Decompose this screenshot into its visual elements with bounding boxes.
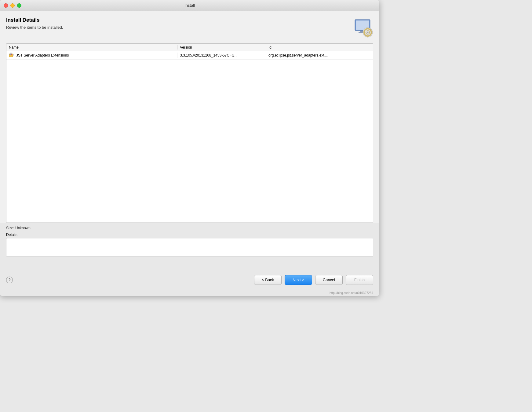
bottom-section: Size: Unknown Details [0,223,379,256]
column-header-id: Id [266,45,373,50]
table-row[interactable]: JST Server Adapters Extensions 3.3.105.v… [6,51,373,60]
minimize-button[interactable] [10,3,15,8]
header-section: Install Details Review the items to be i… [6,17,373,39]
help-button[interactable]: ? [6,277,13,283]
svg-rect-11 [10,53,12,54]
svg-rect-13 [10,54,11,55]
svg-rect-12 [13,54,14,55]
details-label: Details [6,233,373,237]
next-button[interactable]: Next > [285,275,312,285]
button-bar: ? < Back Next > Cancel Finish [0,269,379,291]
close-button[interactable] [4,3,8,8]
finish-button: Finish [346,275,373,285]
cell-id: org.eclipse.jst.server_adapters.ext.... [266,53,373,57]
table-body: JST Server Adapters Extensions 3.3.105.v… [6,51,373,223]
install-icon [352,17,373,39]
main-content: Install Details Review the items to be i… [0,11,379,223]
back-button[interactable]: < Back [254,275,282,285]
spacer [0,256,379,269]
cell-name: JST Server Adapters Extensions [6,53,177,58]
cell-version: 3.3.105.v20131208_1453-57CFG... [177,53,266,57]
watermark: http://blog.csdn.net/u010327234 [0,291,379,296]
svg-rect-14 [11,54,12,55]
page-subtitle: Review the items to be installed. [6,25,346,30]
column-header-name: Name [6,45,177,50]
header-text: Install Details Review the items to be i… [6,17,346,30]
details-box[interactable] [6,238,373,256]
items-table: Name Version Id [6,43,373,223]
maximize-button[interactable] [17,3,21,8]
page-title: Install Details [6,17,346,23]
size-label: Size: Unknown [6,226,373,230]
cancel-button[interactable]: Cancel [315,275,343,285]
table-header: Name Version Id [6,44,373,51]
button-right: < Back Next > Cancel Finish [254,275,373,285]
button-left: ? [6,277,13,283]
window-title: Install [184,3,195,8]
plugin-icon [9,53,14,58]
svg-point-7 [367,32,369,33]
column-header-version: Version [177,45,266,50]
title-bar: Install [0,0,379,11]
traffic-lights [4,3,21,8]
